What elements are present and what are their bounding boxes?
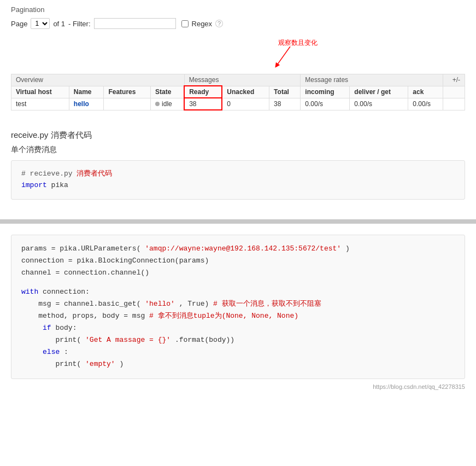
regex-help[interactable]: ?	[215, 20, 223, 27]
messages-header: Messages	[184, 74, 301, 86]
of-label: of 1	[53, 20, 65, 28]
empty-end: )	[119, 360, 124, 368]
else-kw: else	[43, 348, 60, 356]
page-label: Page	[11, 20, 27, 28]
params-eq: = pika.URLParameters(	[51, 244, 141, 253]
col-ready: Ready	[184, 86, 222, 98]
col-header-row: Virtual host Name Features State Ready U…	[11, 86, 465, 98]
bottom-code-block: params = pika.URLParameters( 'amqp://way…	[11, 235, 465, 379]
cell-virtual-host: test	[11, 98, 69, 110]
else-indent	[21, 348, 38, 356]
import-pika: pika	[47, 181, 68, 189]
cell-ack: 0.00/s	[408, 98, 443, 110]
if-rest: body:	[55, 324, 77, 332]
section-title: receive.py 消费者代码	[11, 130, 465, 141]
if-indent	[21, 324, 38, 332]
annotation-area: 观察数且变化	[11, 36, 465, 74]
state-text: idle	[162, 100, 172, 108]
col-name: Name	[69, 86, 104, 98]
table-row: test hello idle 38 0 38 0.00/s 0.00/s 0.…	[11, 98, 465, 110]
code-line-import: import pika	[21, 180, 455, 191]
code-line-if: if body:	[21, 322, 455, 334]
sub-title: 单个消费消息	[11, 145, 465, 155]
cell-deliver-get: 0.00/s	[350, 98, 408, 110]
code-line-method: method, props, body = msg # 拿不到消息tuple为(…	[21, 310, 455, 322]
col-empty	[443, 86, 465, 98]
print-indent: print(	[21, 336, 81, 344]
with-kw: with	[21, 288, 38, 296]
svg-line-0	[277, 46, 290, 66]
empty-print: print(	[21, 360, 81, 368]
method-text: method, props, body = msg	[21, 312, 149, 320]
empty-line	[21, 279, 455, 286]
cell-features	[104, 98, 151, 110]
separator	[0, 219, 476, 224]
msg-indent: msg = channel.basic_get(	[21, 300, 140, 308]
msg-str: 'hello'	[145, 300, 175, 308]
section-header-row: Overview Messages Message rates +/-	[11, 74, 465, 86]
cell-total: 38	[269, 98, 301, 110]
arrow-svg	[274, 46, 296, 68]
message-rates-header: Message rates	[301, 74, 443, 86]
col-incoming: incoming	[301, 86, 350, 98]
code-line-params: params = pika.URLParameters( 'amqp://way…	[21, 243, 455, 255]
col-ack: ack	[408, 86, 443, 98]
overview-header: Overview	[11, 74, 185, 86]
col-unacked: Unacked	[222, 86, 269, 98]
if-kw: if	[43, 324, 51, 332]
params-str: 'amqp://wayne:wayne@192.168.142.135:5672…	[145, 244, 341, 253]
cell-unacked: 0	[222, 98, 269, 110]
code-line-empty: print( 'empty' )	[21, 358, 455, 370]
watermark: https://blog.csdn.net/qq_42278315	[11, 383, 465, 390]
code-line-channel: channel = connection.channel()	[21, 267, 455, 279]
cell-state: idle	[151, 98, 185, 110]
else-colon: :	[64, 348, 68, 356]
code-line-connection: connection = pika.BlockingConnection(par…	[21, 255, 455, 267]
content-section: receive.py 消费者代码 单个消费消息 # recieve.py 消费者…	[0, 121, 476, 219]
queue-table: Overview Messages Message rates +/- Virt…	[11, 74, 465, 110]
plus-minus-btn[interactable]: +/-	[443, 74, 465, 86]
cell-incoming: 0.00/s	[301, 98, 350, 110]
pagination-label: Pagination	[11, 5, 465, 14]
code-block-top: # recieve.py 消费者代码 import pika	[11, 160, 465, 200]
bottom-section: params = pika.URLParameters( 'amqp://way…	[0, 224, 476, 395]
cell-extra	[443, 98, 465, 110]
col-total: Total	[269, 86, 301, 98]
regex-label: Regex	[192, 20, 213, 28]
code-line-msg: msg = channel.basic_get( 'hello' , True)…	[21, 298, 455, 310]
filter-row: Page 1 of 1 - Filter: Regex ?	[11, 18, 465, 29]
cell-name[interactable]: hello	[69, 98, 104, 110]
table-container: 观察数且变化 Overview Messages Message rates +…	[11, 36, 465, 110]
page-select[interactable]: 1	[31, 18, 50, 29]
comment-chinese: 消费者代码	[77, 170, 112, 178]
col-features: Features	[104, 86, 151, 98]
col-state: State	[151, 86, 185, 98]
method-comment: # 拿不到消息tuple为(None, None, None)	[149, 312, 298, 320]
code-line-with: with connection:	[21, 286, 455, 298]
code-line-comment: # recieve.py 消费者代码	[21, 168, 455, 180]
import-keyword: import	[21, 181, 47, 189]
filter-label: - Filter:	[68, 20, 90, 28]
code-line-else: else :	[21, 346, 455, 358]
connection-text: connection = pika.BlockingConnection(par…	[21, 257, 209, 265]
empty-str: 'empty'	[85, 360, 115, 368]
state-dot	[155, 102, 160, 106]
channel-text: channel = connection.channel()	[21, 269, 149, 277]
msg-comment: # 获取一个消息，获取不到不阻塞	[213, 300, 321, 308]
print-rest: .format(body))	[175, 336, 234, 344]
cell-ready: 38	[184, 98, 222, 110]
with-rest: connection:	[43, 288, 90, 296]
filter-input[interactable]	[94, 18, 176, 29]
params-end: )	[345, 244, 350, 253]
code-line-print: print( 'Get A massage = {}' .format(body…	[21, 334, 455, 346]
col-virtual-host: Virtual host	[11, 86, 69, 98]
comment-text: # recieve.py	[21, 170, 77, 178]
print-str: 'Get A massage = {}'	[85, 336, 171, 344]
msg-rest: , True)	[179, 300, 213, 308]
regex-checkbox[interactable]	[181, 20, 189, 27]
col-deliver-get: deliver / get	[350, 86, 408, 98]
params-kw: params	[21, 244, 47, 253]
